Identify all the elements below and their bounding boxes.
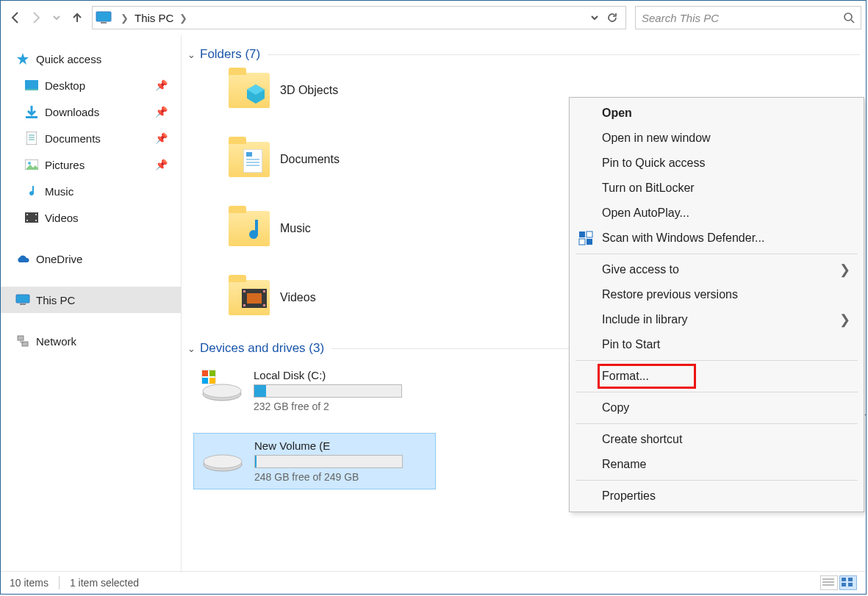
ctx-open[interactable]: Open: [570, 101, 864, 126]
drive-icon: [201, 439, 244, 475]
chevron-down-icon: ⌄: [187, 49, 196, 60]
downloads-icon: [24, 104, 39, 119]
ctx-label: Pin to Quick access: [602, 157, 706, 170]
folder-icon: [229, 142, 270, 177]
folder-label: Music: [280, 222, 311, 235]
drive-item-obscured[interactable]: _ROM MB: [865, 403, 866, 427]
recent-locations-button[interactable]: [46, 7, 67, 28]
sidebar-item-label: Music: [45, 185, 73, 198]
sidebar-item-downloads[interactable]: Downloads 📌: [1, 98, 181, 125]
folder-item-videos[interactable]: Videos: [229, 276, 449, 319]
svg-rect-52: [842, 578, 846, 581]
details-view-button[interactable]: [820, 575, 838, 590]
svg-rect-18: [35, 220, 37, 221]
sidebar-item-label: Network: [36, 335, 76, 348]
this-pc-icon: [15, 292, 30, 307]
breadcrumb-this-pc[interactable]: This PC: [133, 12, 175, 24]
sidebar-item-label: OneDrive: [36, 253, 82, 265]
ctx-pin-start[interactable]: Pin to Start: [570, 332, 864, 357]
address-dropdown-icon[interactable]: [590, 13, 599, 22]
svg-rect-0: [96, 12, 111, 21]
ctx-label: Scan with Windows Defender...: [602, 231, 764, 245]
context-menu: Open Open in new window Pin to Quick acc…: [569, 97, 864, 512]
ctx-give-access[interactable]: Give access to ❯: [570, 257, 864, 282]
svg-rect-41: [202, 378, 208, 384]
svg-rect-19: [16, 295, 29, 303]
refresh-button[interactable]: [606, 12, 618, 24]
svg-rect-35: [247, 293, 262, 304]
svg-rect-33: [243, 304, 245, 306]
sidebar-item-label: Quick access: [36, 53, 101, 65]
sidebar-item-this-pc[interactable]: This PC: [1, 287, 181, 313]
status-selected-count: 1 item selected: [70, 577, 139, 589]
ctx-rename[interactable]: Rename: [570, 452, 864, 477]
ctx-label: Include in library: [602, 313, 688, 326]
drive-name-tail: _ROM: [865, 403, 866, 415]
ctx-format[interactable]: Format...: [598, 364, 696, 389]
sidebar-item-label: Downloads: [45, 106, 99, 118]
ctx-properties[interactable]: Properties: [570, 484, 864, 509]
svg-rect-32: [263, 290, 265, 292]
ctx-open-new-window[interactable]: Open in new window: [570, 126, 864, 151]
drive-item-new-volume-e[interactable]: New Volume (E 248 GB free of 249 GB: [193, 433, 436, 489]
status-bar: 10 items 1 item selected: [1, 571, 866, 594]
quick-access-icon: [15, 51, 30, 66]
svg-point-2: [844, 13, 852, 21]
sidebar-item-label: Desktop: [45, 79, 85, 92]
sidebar-item-label: Videos: [45, 212, 79, 224]
ctx-separator: [575, 480, 858, 481]
folder-item-music[interactable]: Music: [229, 207, 449, 250]
svg-rect-54: [842, 583, 846, 586]
search-input[interactable]: Search This PC: [635, 6, 861, 29]
folder-item-3d-objects[interactable]: 3D Objects: [229, 69, 449, 112]
svg-rect-16: [35, 214, 37, 215]
svg-rect-34: [263, 304, 265, 306]
svg-rect-20: [20, 304, 26, 305]
ctx-label: Give access to: [602, 263, 679, 276]
sidebar-item-onedrive[interactable]: OneDrive: [1, 245, 181, 272]
drive-name: New Volume (E: [254, 439, 428, 452]
svg-rect-46: [587, 231, 592, 237]
sidebar-item-music[interactable]: Music: [1, 178, 181, 204]
ctx-label: Properties: [602, 489, 656, 503]
chevron-right-icon: ❯: [839, 262, 850, 278]
sidebar-item-quick-access[interactable]: Quick access: [1, 46, 181, 72]
up-button[interactable]: [67, 7, 87, 28]
ctx-create-shortcut[interactable]: Create shortcut: [570, 427, 864, 452]
drive-item-local-disk-c[interactable]: Local Disk (C:) 232 GB free of 2: [193, 363, 436, 418]
ctx-pin-quick-access[interactable]: Pin to Quick access: [570, 151, 864, 176]
ctx-defender-scan[interactable]: Scan with Windows Defender...: [570, 226, 864, 251]
svg-marker-4: [17, 53, 29, 65]
back-button[interactable]: [5, 7, 26, 28]
sidebar-item-network[interactable]: Network: [1, 328, 181, 354]
ctx-autoplay[interactable]: Open AutoPlay...: [570, 201, 864, 226]
sidebar-item-pictures[interactable]: Pictures 📌: [1, 151, 181, 178]
tiles-view-button[interactable]: [839, 575, 857, 590]
status-item-count: 10 items: [10, 577, 49, 589]
drive-usage-bar: [254, 384, 402, 398]
sidebar-item-label: This PC: [36, 294, 75, 306]
ctx-separator: [575, 423, 858, 424]
sidebar-item-documents[interactable]: Documents 📌: [1, 125, 181, 151]
ctx-label: Format...: [602, 370, 649, 383]
pictures-icon: [24, 157, 39, 172]
folder-icon: [229, 73, 270, 108]
svg-point-44: [204, 455, 242, 468]
address-bar[interactable]: ❯ This PC ❯: [92, 6, 626, 29]
ctx-bitlocker[interactable]: Turn on BitLocker: [570, 176, 864, 201]
section-header-folders[interactable]: ⌄ Folders (7): [187, 47, 860, 62]
folder-item-documents[interactable]: Documents: [229, 138, 449, 181]
forward-button[interactable]: [26, 7, 46, 28]
ctx-restore-versions[interactable]: Restore previous versions: [570, 282, 864, 307]
search-placeholder: Search This PC: [642, 12, 719, 24]
ctx-copy[interactable]: Copy: [570, 395, 864, 420]
svg-rect-39: [202, 370, 208, 376]
folder-icon: [229, 280, 270, 315]
sidebar-item-desktop[interactable]: Desktop 📌: [1, 72, 181, 98]
svg-rect-53: [848, 578, 853, 581]
pin-icon: 📌: [155, 79, 168, 91]
sidebar-item-label: Documents: [45, 132, 101, 145]
svg-rect-25: [243, 149, 262, 173]
sidebar-item-videos[interactable]: Videos: [1, 204, 181, 231]
ctx-include-library[interactable]: Include in library ❯: [570, 307, 864, 332]
